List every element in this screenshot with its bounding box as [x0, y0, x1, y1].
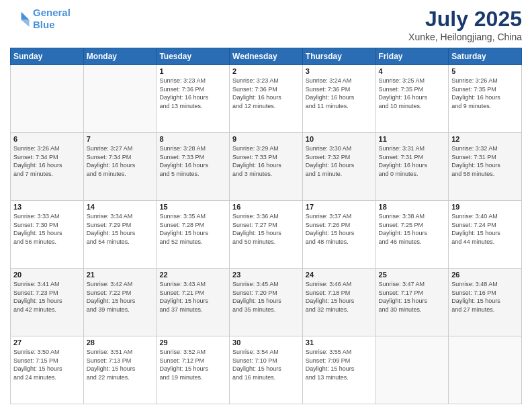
day-info: Sunrise: 3:40 AM Sunset: 7:24 PM Dayligh…: [451, 212, 519, 246]
day-number: 10: [306, 135, 373, 143]
calendar-day-cell: 30Sunrise: 3:54 AM Sunset: 7:10 PM Dayli…: [230, 336, 303, 404]
weekday-header: Monday: [83, 48, 157, 65]
day-info: Sunrise: 3:27 AM Sunset: 7:34 PM Dayligh…: [87, 144, 154, 178]
weekday-header: Thursday: [302, 48, 375, 65]
day-number: 4: [379, 67, 446, 75]
day-info: Sunrise: 3:52 AM Sunset: 7:12 PM Dayligh…: [159, 348, 226, 381]
day-info: Sunrise: 3:46 AM Sunset: 7:18 PM Dayligh…: [306, 280, 373, 314]
day-number: 19: [451, 203, 519, 211]
day-number: 28: [87, 338, 154, 347]
day-info: Sunrise: 3:31 AM Sunset: 7:31 PM Dayligh…: [379, 144, 446, 178]
day-info: Sunrise: 3:54 AM Sunset: 7:10 PM Dayligh…: [232, 348, 300, 381]
calendar-day-cell: 5Sunrise: 3:26 AM Sunset: 7:35 PM Daylig…: [449, 65, 522, 133]
calendar-day-cell: [11, 65, 84, 133]
calendar-week-row: 20Sunrise: 3:41 AM Sunset: 7:23 PM Dayli…: [11, 269, 522, 336]
svg-marker-0: [21, 12, 30, 20]
calendar-day-cell: 20Sunrise: 3:41 AM Sunset: 7:23 PM Dayli…: [11, 269, 84, 336]
calendar-week-row: 13Sunrise: 3:33 AM Sunset: 7:30 PM Dayli…: [11, 201, 522, 269]
day-number: 23: [232, 271, 300, 279]
header: General Blue July 2025 Xunke, Heilongjia…: [10, 7, 522, 42]
day-info: Sunrise: 3:25 AM Sunset: 7:35 PM Dayligh…: [379, 77, 446, 110]
day-number: 24: [306, 271, 373, 279]
day-info: Sunrise: 3:34 AM Sunset: 7:29 PM Dayligh…: [87, 212, 154, 246]
day-number: 9: [232, 135, 300, 143]
day-number: 25: [379, 271, 446, 279]
calendar-day-cell: 29Sunrise: 3:52 AM Sunset: 7:12 PM Dayli…: [157, 336, 230, 404]
day-info: Sunrise: 3:24 AM Sunset: 7:36 PM Dayligh…: [306, 77, 373, 110]
day-info: Sunrise: 3:38 AM Sunset: 7:25 PM Dayligh…: [379, 212, 446, 246]
calendar-day-cell: 26Sunrise: 3:48 AM Sunset: 7:16 PM Dayli…: [449, 269, 522, 336]
day-info: Sunrise: 3:23 AM Sunset: 7:36 PM Dayligh…: [159, 77, 226, 110]
day-info: Sunrise: 3:41 AM Sunset: 7:23 PM Dayligh…: [13, 280, 81, 314]
day-number: 18: [379, 203, 446, 211]
calendar-day-cell: 21Sunrise: 3:42 AM Sunset: 7:22 PM Dayli…: [83, 269, 157, 336]
day-number: 7: [87, 135, 154, 143]
calendar-week-row: 27Sunrise: 3:50 AM Sunset: 7:15 PM Dayli…: [11, 336, 522, 404]
day-info: Sunrise: 3:51 AM Sunset: 7:13 PM Dayligh…: [87, 348, 154, 381]
logo-text: General Blue: [33, 7, 71, 31]
day-number: 20: [13, 271, 81, 279]
calendar-day-cell: 31Sunrise: 3:55 AM Sunset: 7:09 PM Dayli…: [302, 336, 375, 404]
calendar-day-cell: 27Sunrise: 3:50 AM Sunset: 7:15 PM Dayli…: [11, 336, 84, 404]
day-info: Sunrise: 3:55 AM Sunset: 7:09 PM Dayligh…: [306, 348, 373, 381]
calendar-day-cell: 18Sunrise: 3:38 AM Sunset: 7:25 PM Dayli…: [375, 201, 449, 269]
day-info: Sunrise: 3:26 AM Sunset: 7:35 PM Dayligh…: [451, 77, 519, 110]
weekday-header: Tuesday: [157, 48, 230, 65]
calendar-table: SundayMondayTuesdayWednesdayThursdayFrid…: [10, 48, 522, 404]
calendar-day-cell: 23Sunrise: 3:45 AM Sunset: 7:20 PM Dayli…: [230, 269, 303, 336]
day-info: Sunrise: 3:35 AM Sunset: 7:28 PM Dayligh…: [159, 212, 226, 246]
day-info: Sunrise: 3:47 AM Sunset: 7:17 PM Dayligh…: [379, 280, 446, 314]
day-info: Sunrise: 3:30 AM Sunset: 7:32 PM Dayligh…: [306, 144, 373, 178]
calendar-day-cell: 19Sunrise: 3:40 AM Sunset: 7:24 PM Dayli…: [449, 201, 522, 269]
calendar-header-row: SundayMondayTuesdayWednesdayThursdayFrid…: [11, 48, 522, 65]
day-info: Sunrise: 3:48 AM Sunset: 7:16 PM Dayligh…: [451, 280, 519, 314]
calendar-day-cell: 2Sunrise: 3:23 AM Sunset: 7:36 PM Daylig…: [230, 65, 303, 133]
calendar-day-cell: 9Sunrise: 3:29 AM Sunset: 7:33 PM Daylig…: [230, 133, 303, 201]
calendar-day-cell: 14Sunrise: 3:34 AM Sunset: 7:29 PM Dayli…: [83, 201, 157, 269]
weekday-header: Friday: [375, 48, 449, 65]
calendar-day-cell: 3Sunrise: 3:24 AM Sunset: 7:36 PM Daylig…: [302, 65, 375, 133]
calendar-day-cell: 22Sunrise: 3:43 AM Sunset: 7:21 PM Dayli…: [157, 269, 230, 336]
svg-marker-1: [21, 20, 30, 28]
day-number: 2: [232, 67, 300, 75]
page: General Blue July 2025 Xunke, Heilongjia…: [0, 0, 532, 411]
calendar-day-cell: [375, 336, 449, 404]
calendar-day-cell: 24Sunrise: 3:46 AM Sunset: 7:18 PM Dayli…: [302, 269, 375, 336]
day-info: Sunrise: 3:36 AM Sunset: 7:27 PM Dayligh…: [232, 212, 300, 246]
day-number: 12: [451, 135, 519, 143]
calendar-week-row: 1Sunrise: 3:23 AM Sunset: 7:36 PM Daylig…: [11, 65, 522, 133]
day-number: 8: [159, 135, 226, 143]
calendar-day-cell: 6Sunrise: 3:26 AM Sunset: 7:34 PM Daylig…: [11, 133, 84, 201]
day-number: 30: [232, 338, 300, 347]
day-number: 14: [87, 203, 154, 211]
day-number: 3: [306, 67, 373, 75]
day-number: 27: [13, 338, 81, 347]
calendar-day-cell: [83, 65, 157, 133]
day-info: Sunrise: 3:33 AM Sunset: 7:30 PM Dayligh…: [13, 212, 81, 246]
day-info: Sunrise: 3:28 AM Sunset: 7:33 PM Dayligh…: [159, 144, 226, 178]
calendar-day-cell: 1Sunrise: 3:23 AM Sunset: 7:36 PM Daylig…: [157, 65, 230, 133]
day-number: 16: [232, 203, 300, 211]
logo-icon: [10, 9, 30, 29]
calendar-day-cell: 12Sunrise: 3:32 AM Sunset: 7:31 PM Dayli…: [449, 133, 522, 201]
calendar-day-cell: 8Sunrise: 3:28 AM Sunset: 7:33 PM Daylig…: [157, 133, 230, 201]
calendar-day-cell: 10Sunrise: 3:30 AM Sunset: 7:32 PM Dayli…: [302, 133, 375, 201]
calendar-day-cell: 15Sunrise: 3:35 AM Sunset: 7:28 PM Dayli…: [157, 201, 230, 269]
day-info: Sunrise: 3:45 AM Sunset: 7:20 PM Dayligh…: [232, 280, 300, 314]
day-number: 5: [451, 67, 519, 75]
calendar-day-cell: 13Sunrise: 3:33 AM Sunset: 7:30 PM Dayli…: [11, 201, 84, 269]
day-number: 26: [451, 271, 519, 279]
day-info: Sunrise: 3:37 AM Sunset: 7:26 PM Dayligh…: [306, 212, 373, 246]
weekday-header: Wednesday: [230, 48, 303, 65]
weekday-header: Sunday: [11, 48, 84, 65]
day-number: 1: [159, 67, 226, 75]
calendar-day-cell: 11Sunrise: 3:31 AM Sunset: 7:31 PM Dayli…: [375, 133, 449, 201]
subtitle: Xunke, Heilongjiang, China: [408, 32, 522, 42]
day-info: Sunrise: 3:23 AM Sunset: 7:36 PM Dayligh…: [232, 77, 300, 110]
day-info: Sunrise: 3:42 AM Sunset: 7:22 PM Dayligh…: [87, 280, 154, 314]
day-info: Sunrise: 3:43 AM Sunset: 7:21 PM Dayligh…: [159, 280, 226, 314]
calendar-day-cell: 25Sunrise: 3:47 AM Sunset: 7:17 PM Dayli…: [375, 269, 449, 336]
day-number: 31: [306, 338, 373, 347]
day-info: Sunrise: 3:26 AM Sunset: 7:34 PM Dayligh…: [13, 144, 81, 178]
calendar-week-row: 6Sunrise: 3:26 AM Sunset: 7:34 PM Daylig…: [11, 133, 522, 201]
